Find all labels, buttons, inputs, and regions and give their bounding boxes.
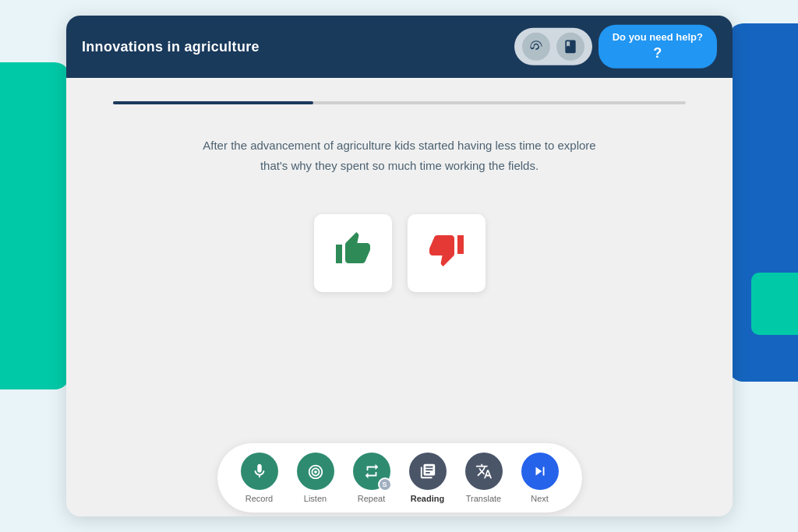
next-button[interactable] <box>521 453 559 490</box>
help-button[interactable]: Do you need help? ? <box>598 25 717 69</box>
progress-bar-container <box>113 101 686 104</box>
content-area: After the advancement of agriculture kid… <box>66 78 733 315</box>
toolbar-item-next[interactable]: Next <box>521 453 559 503</box>
listen-button[interactable] <box>297 453 334 490</box>
toolbar-item-repeat[interactable]: S Repeat <box>353 453 390 503</box>
toolbar: Record Listen S Repeat <box>217 443 582 513</box>
listen-label: Listen <box>304 494 327 503</box>
thumbs-up-button[interactable] <box>314 214 392 292</box>
help-icon: ? <box>613 44 703 62</box>
main-card: Innovations in agriculture Do you need h… <box>66 16 733 516</box>
bottom-toolbar-area: Record Listen S Repeat <box>66 439 733 516</box>
answer-buttons <box>314 214 486 292</box>
page-title: Innovations in agriculture <box>82 39 260 55</box>
repeat-badge: S <box>378 477 392 491</box>
help-label: Do you need help? <box>613 31 703 44</box>
toolbar-item-translate[interactable]: Translate <box>465 453 503 503</box>
repeat-label: Repeat <box>358 494 385 503</box>
thumbs-down-button[interactable] <box>408 214 486 292</box>
progress-bar-fill <box>113 101 313 104</box>
toolbar-item-record[interactable]: Record <box>241 453 278 503</box>
header-controls: Do you need help? ? <box>514 25 717 69</box>
header-icons-group <box>514 28 592 65</box>
dots-pattern <box>736 187 782 296</box>
thumbs-up-icon <box>334 231 372 276</box>
record-label: Record <box>245 494 273 503</box>
next-label: Next <box>531 494 549 503</box>
toolbar-item-listen[interactable]: Listen <box>297 453 334 503</box>
translate-label: Translate <box>466 494 501 503</box>
thumbs-down-icon <box>428 231 465 276</box>
repeat-button[interactable]: S <box>353 453 390 490</box>
reading-label: Reading <box>411 494 444 503</box>
translate-button[interactable] <box>465 453 503 490</box>
ear-icon-button[interactable] <box>522 33 550 61</box>
book-icon-button[interactable] <box>556 33 584 61</box>
header: Innovations in agriculture Do you need h… <box>66 16 733 78</box>
reading-button[interactable] <box>409 453 447 490</box>
passage-text: After the advancement of agriculture kid… <box>189 136 610 175</box>
bg-teal-left <box>0 62 70 389</box>
record-button[interactable] <box>241 453 278 490</box>
toolbar-item-reading[interactable]: Reading <box>409 453 447 503</box>
